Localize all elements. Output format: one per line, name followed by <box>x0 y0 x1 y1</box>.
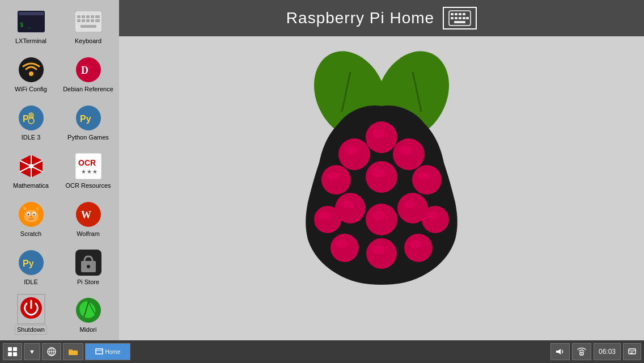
active-window-label: Home <box>105 349 121 355</box>
ocr-resources-icon[interactable]: OCR ★ ★ ★ OCR Resources <box>60 147 116 195</box>
svg-rect-11 <box>86 19 90 22</box>
taskbar-right: 06:03 <box>550 343 641 360</box>
svg-rect-98 <box>8 352 12 356</box>
debian-ref-label: Debian Reference <box>63 86 113 93</box>
svg-text:★: ★ <box>81 168 86 175</box>
svg-point-84 <box>399 146 413 155</box>
svg-point-76 <box>314 206 341 233</box>
svg-rect-12 <box>91 19 94 22</box>
mathematica-icon[interactable]: Mathematica <box>3 147 59 195</box>
lxterminal-label: LXTerminal <box>15 37 46 45</box>
lxterminal-icon[interactable]: $ _ LXTerminal <box>3 3 59 50</box>
shutdown-icon[interactable]: Shutdown <box>3 292 59 337</box>
pi-store-icon[interactable]: Pi Store <box>60 244 116 291</box>
scratch-label: Scratch <box>20 230 41 238</box>
svg-rect-104 <box>69 351 78 355</box>
svg-rect-61 <box>463 17 465 19</box>
debian-ref-icon[interactable]: D Debian Reference <box>60 51 116 98</box>
svg-rect-99 <box>13 352 17 356</box>
svg-rect-9 <box>77 19 80 22</box>
wifi-config-icon[interactable]: WiFi Config <box>3 51 59 98</box>
svg-text:D: D <box>81 65 88 76</box>
svg-rect-55 <box>455 13 457 15</box>
svg-point-43 <box>30 216 32 217</box>
svg-point-15 <box>19 57 44 82</box>
svg-point-82 <box>372 129 385 138</box>
python-games-icon[interactable]: Py Python Games <box>60 99 116 146</box>
idle-icon[interactable]: Py IDLE <box>3 244 59 291</box>
svg-text:W: W <box>81 209 91 221</box>
svg-rect-54 <box>451 13 454 15</box>
svg-rect-57 <box>463 13 465 15</box>
svg-rect-59 <box>455 17 457 19</box>
clock-display: 06:03 <box>594 343 621 360</box>
ocr-resources-label: OCR Resources <box>65 182 111 189</box>
svg-point-94 <box>372 245 385 254</box>
svg-rect-58 <box>451 17 454 19</box>
svg-point-90 <box>319 212 331 220</box>
python-games-label: Python Games <box>67 134 109 141</box>
svg-text:OCR: OCR <box>78 158 96 167</box>
svg-rect-60 <box>459 17 461 19</box>
midori-icon[interactable]: Midori <box>60 292 116 337</box>
idle3-label: IDLE 3 <box>22 134 41 141</box>
svg-point-41 <box>27 214 29 216</box>
taskbar-folder[interactable] <box>63 343 83 360</box>
shutdown-label: Shutdown <box>15 325 47 335</box>
svg-text:Py: Py <box>23 259 34 268</box>
taskbar-dropdown[interactable]: ▼ <box>24 343 40 360</box>
svg-rect-1 <box>19 12 44 15</box>
svg-point-92 <box>427 212 438 220</box>
svg-text:★: ★ <box>92 168 98 175</box>
svg-point-29 <box>29 164 33 168</box>
svg-rect-62 <box>466 17 469 19</box>
keyboard-icon-box[interactable] <box>443 7 477 29</box>
svg-text:★: ★ <box>87 168 92 175</box>
wolfram-icon[interactable]: W Wolfram <box>60 196 116 243</box>
taskbar-notifications[interactable] <box>623 343 641 360</box>
idle3-icon[interactable]: Py IDLE 3 <box>3 99 59 146</box>
start-button[interactable] <box>3 343 22 360</box>
midori-label: Midori <box>80 326 97 334</box>
svg-point-22 <box>28 118 34 124</box>
svg-rect-4 <box>77 15 80 18</box>
svg-rect-63 <box>454 21 465 23</box>
keyboard-label: Keyboard <box>75 37 101 45</box>
svg-point-21 <box>28 112 34 118</box>
svg-point-16 <box>29 71 33 76</box>
svg-rect-8 <box>95 15 100 18</box>
svg-rect-7 <box>91 15 94 18</box>
wolfram-label: Wolfram <box>77 230 100 238</box>
svg-rect-105 <box>96 349 103 354</box>
sidebar: $ _ LXTerminal <box>0 0 119 340</box>
svg-rect-96 <box>8 347 12 351</box>
svg-point-86 <box>372 168 385 178</box>
main-content: Raspberry Pi Home <box>119 0 644 340</box>
taskbar-audio[interactable] <box>550 343 570 360</box>
svg-text:$ _: $ _ <box>20 21 31 28</box>
mathematica-label: Mathematica <box>13 182 49 189</box>
svg-point-93 <box>336 240 348 248</box>
svg-point-71 <box>321 165 351 195</box>
idle-label: IDLE <box>24 278 37 286</box>
wifi-config-label: WiFi Config <box>15 86 47 93</box>
taskbar: ▼ Home <box>0 340 644 363</box>
taskbar-window[interactable]: Home <box>85 343 130 360</box>
keyboard-icon[interactable]: Keyboard <box>60 3 116 50</box>
svg-point-50 <box>87 265 90 268</box>
svg-point-91 <box>372 211 385 220</box>
svg-rect-97 <box>13 347 17 351</box>
svg-point-78 <box>422 206 449 233</box>
pi-store-label: Pi Store <box>77 278 99 286</box>
svg-rect-5 <box>82 15 85 18</box>
taskbar-globe[interactable] <box>42 343 61 360</box>
svg-point-109 <box>581 353 582 354</box>
svg-point-95 <box>409 240 422 248</box>
svg-point-81 <box>404 234 433 262</box>
taskbar-network[interactable] <box>572 343 591 360</box>
svg-point-42 <box>33 214 35 216</box>
scratch-icon[interactable]: Scratch <box>3 196 59 243</box>
logo-area <box>262 36 501 340</box>
svg-point-88 <box>341 200 354 208</box>
svg-point-85 <box>327 172 340 180</box>
